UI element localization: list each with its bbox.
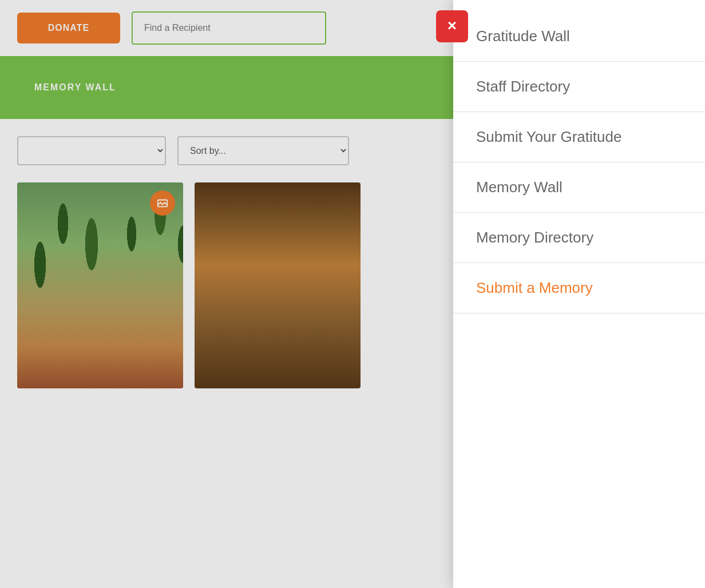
menu-item-memory-wall[interactable]: Memory Wall: [453, 162, 705, 213]
menu-item-memory-directory[interactable]: Memory Directory: [453, 213, 705, 263]
close-button[interactable]: ×: [436, 10, 468, 42]
dropdown-panel: × Gratitude Wall Staff Directory Submit …: [453, 0, 705, 588]
menu-item-submit-gratitude[interactable]: Submit Your Gratitude: [453, 112, 705, 162]
close-icon: ×: [447, 18, 457, 34]
menu-items: Gratitude Wall Staff Directory Submit Yo…: [453, 0, 705, 325]
menu-item-gratitude-wall[interactable]: Gratitude Wall: [453, 11, 705, 62]
menu-item-submit-memory[interactable]: Submit a Memory: [453, 263, 705, 313]
menu-item-staff-directory[interactable]: Staff Directory: [453, 62, 705, 112]
